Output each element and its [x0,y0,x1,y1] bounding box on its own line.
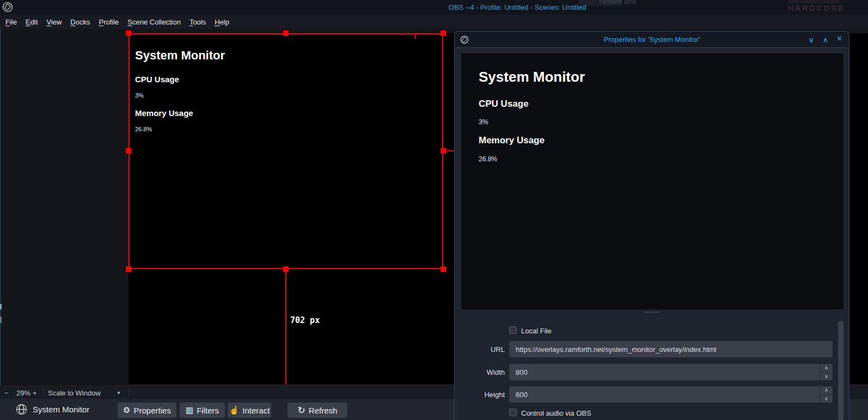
preview-mem-value: 26.8% [479,155,497,163]
selected-source-name: System Monitor [33,399,89,420]
dialog-title: Properties for 'System Monitor' [604,35,700,44]
rotation-handle-stub[interactable] [415,33,416,39]
dialog-obs-icon [460,35,469,44]
menu-view[interactable]: View [46,18,62,26]
control-audio-label: Control audio via OBS [521,409,591,417]
resize-handle-bottom-right[interactable] [441,266,446,272]
preview-mem-label: Memory Usage [479,135,545,146]
gear-icon: ⚙ [123,405,130,415]
height-spinner: ∧ ∨ [820,386,833,403]
interact-button[interactable]: ☝ Interact [228,403,271,418]
dialog-titlebar[interactable]: Properties for 'System Monitor' ∨ ∧ × [455,32,849,48]
resize-guide-vertical [285,269,286,385]
dialog-source-preview: System Monitor CPU Usage 3% Memory Usage… [461,53,843,309]
dialog-scrollbar-thumb[interactable] [838,321,843,420]
ghost-text-artifact: Filmene dine [599,0,637,5]
resize-handle-top-right[interactable] [441,31,446,36]
filters-button-label: Filters [197,406,219,415]
width-spin-up-icon[interactable]: ∧ [820,364,833,373]
dialog-unshade-icon[interactable]: ∧ [823,35,828,45]
obs-main-window: Filmene dine OBS --4 - Profile: Untitled… [0,0,868,420]
height-spin-up-icon[interactable]: ∧ [820,386,833,395]
control-audio-checkbox[interactable] [509,409,517,416]
height-label: Height [466,391,505,399]
splitter-handle[interactable] [645,312,659,313]
resize-handle-mid-left[interactable] [126,148,131,154]
window-edge-tick [0,316,2,323]
source-selection-rect[interactable] [129,33,443,269]
resize-dimension-label: 702 px [290,315,320,325]
properties-button-label: Properties [134,406,171,415]
watermark-artifact [788,0,840,3]
preview-overlay-title: System Monitor [479,69,585,86]
width-input[interactable]: 800 ∧ ∨ [509,364,833,380]
menu-profile[interactable]: Profile [99,18,119,26]
height-value: 600 [516,391,528,399]
refresh-button[interactable]: ↻ Refresh [288,403,347,418]
url-label: URL [466,345,505,354]
zoom-out-button[interactable]: − [4,386,9,399]
window-titlebar: Filmene dine OBS --4 - Profile: Untitled… [0,0,868,15]
interact-button-label: Interact [242,406,270,415]
preview-cpu-label: CPU Usage [479,99,529,109]
window-title: OBS --4 - Profile: Untitled - Scenes: Un… [449,3,586,11]
divider [129,388,129,397]
dialog-shade-icon[interactable]: ∨ [809,35,814,45]
resize-handle-top-left[interactable] [126,31,131,36]
url-input[interactable]: https://overlays.ramforth.net/system_mon… [509,341,833,357]
window-edge-accent [0,29,1,386]
scale-mode-dropdown-icon[interactable]: ▼ [117,386,121,399]
hand-pointer-icon: ☝ [229,405,240,415]
local-file-checkbox[interactable] [509,326,517,334]
local-file-label: Local File [521,327,552,335]
resize-handle-bottom-left[interactable] [126,266,131,272]
watermark-text: HARDCORE [788,4,845,13]
width-label: Width [466,368,505,376]
height-input[interactable]: 600 ∧ ∨ [509,386,833,403]
properties-button[interactable]: ⚙ Properties [118,403,176,418]
width-spin-down-icon[interactable]: ∨ [820,373,833,381]
dialog-close-icon[interactable]: × [837,34,842,44]
menu-bar: File Edit View Docks Profile Scene Colle… [0,15,868,29]
resize-handle-top-center[interactable] [283,31,289,36]
url-value: https://overlays.ramforth.net/system_mon… [516,345,716,354]
properties-dialog: Properties for 'System Monitor' ∨ ∧ × Sy… [454,31,849,420]
menu-docks[interactable]: Docks [70,18,90,26]
width-value: 800 [516,368,528,376]
zoom-in-button[interactable]: + [33,386,37,399]
obs-logo-icon [2,2,13,13]
menu-edit[interactable]: Edit [26,18,38,26]
refresh-button-label: Refresh [309,406,338,415]
width-spinner: ∧ ∨ [820,364,833,380]
menu-scene-collection[interactable]: Scene Collection [127,18,181,26]
divider [43,388,44,397]
filters-button[interactable]: ▥ Filters [180,403,225,418]
menu-tools[interactable]: Tools [190,18,206,26]
browser-source-icon [15,403,28,416]
refresh-icon: ↻ [298,405,305,416]
preview-cpu-value: 3% [479,118,488,126]
scale-mode-select[interactable]: Scale to Window [48,386,101,399]
height-spin-down-icon[interactable]: ∨ [820,395,833,403]
menu-help[interactable]: Help [215,18,229,26]
zoom-level: 29% [16,386,30,399]
window-edge-tick [0,304,2,309]
menu-file[interactable]: File [5,18,17,26]
filter-icon: ▥ [186,405,193,415]
